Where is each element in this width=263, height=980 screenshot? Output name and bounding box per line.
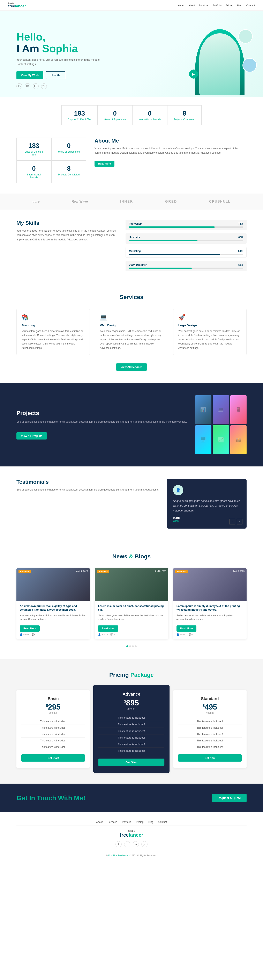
news-title-2: Lorem ipsum dolor sit amet, consectetur …: [98, 604, 165, 612]
pricing-advance-f3: This feature is included!: [98, 728, 165, 735]
testimonial-card: 👤 Neque porro quisquam est qui dolorem i…: [167, 479, 247, 528]
nav-pricing[interactable]: Pricing: [226, 4, 233, 7]
project-item-2[interactable]: 💻: [213, 395, 229, 424]
news-tag-1: Business: [19, 570, 31, 573]
project-img-inner-4: 🖥️: [195, 425, 211, 454]
twitter-icon[interactable]: TW: [25, 83, 30, 89]
hero-name: Sophia: [42, 43, 78, 54]
news-author-2: 👤 admin: [98, 633, 108, 636]
instagram-icon[interactable]: IG: [16, 83, 22, 89]
footer: About Services Portfolio Pricing Blog Co…: [0, 812, 263, 863]
hero-small-image-1: [238, 29, 253, 44]
pricing-standard-button[interactable]: Get Now: [178, 754, 242, 762]
footer-nav-pricing[interactable]: Pricing: [136, 821, 144, 824]
about-text: About Me Your content goes here. Edit or…: [95, 138, 247, 167]
news-meta-3: 👤 admin 💬 5: [176, 633, 243, 636]
skill-photoshop-bar-fill: [129, 226, 215, 228]
project-item-5[interactable]: 📈: [213, 425, 229, 454]
view-all-projects-button[interactable]: View All Projects: [16, 432, 47, 439]
about-stats-placeholder: 183 Cups of Coffee & Tea 0 Years of Expe…: [16, 138, 86, 183]
about-stat-exp-label: Years of Experience: [58, 150, 80, 153]
footer-instagram-icon[interactable]: in: [133, 841, 139, 847]
nav-home[interactable]: Home: [178, 4, 184, 7]
stat-coffee-label: Cups of Coffee & Tea: [68, 118, 91, 121]
nav-contact[interactable]: Contact: [246, 4, 255, 7]
pricing-standard-name: Standard: [178, 697, 242, 701]
pricing-basic-name: Basic: [21, 697, 85, 701]
pricing-basic-button[interactable]: Get Start: [21, 754, 85, 762]
nav-about[interactable]: About: [189, 4, 195, 7]
view-all-services-button[interactable]: View All Services: [116, 363, 147, 371]
footer-nav-about[interactable]: About: [96, 821, 103, 824]
testimonial-next-button[interactable]: ›: [237, 519, 242, 525]
hero-right: ▶: [193, 25, 247, 95]
service-branding-icon: 📚: [22, 314, 85, 321]
projects-grid: 📊 💻 📱 🖥️ 📈 📸: [195, 395, 247, 454]
footer-logo-text1: free: [120, 832, 129, 838]
news-dot-1[interactable]: [126, 645, 128, 647]
projects-description: Sed ut perspiciatis unde iste natus erro…: [16, 420, 187, 424]
news-read-more-3[interactable]: Read More: [176, 625, 196, 632]
footer-nav-contact[interactable]: Contact: [158, 821, 166, 824]
news-read-more-2[interactable]: Read More: [98, 625, 118, 632]
pricing-basic-f2: This feature is included!: [21, 725, 85, 731]
news-author-1: 👤 admin: [20, 633, 29, 636]
footer-nav-services[interactable]: Services: [108, 821, 117, 824]
news-dot-4[interactable]: [135, 645, 137, 647]
hero-name-prefix: I Am: [16, 43, 42, 54]
services-view-all: View All Services: [16, 363, 247, 371]
about-stat-projects: 8 Projects Completed: [51, 161, 86, 183]
news-card-1: Business April 7, 2023 An unknown printe…: [16, 568, 90, 639]
about-stats-grid: 183 Cups of Coffee & Tea 0 Years of Expe…: [16, 138, 86, 183]
pricing-advance-button[interactable]: Get Start: [98, 759, 165, 766]
news-img-2: Business April 8, 2023: [95, 568, 168, 601]
news-dot-3[interactable]: [132, 645, 134, 647]
stat-awards-label: International Awards: [139, 118, 161, 121]
project-item-3[interactable]: 📱: [230, 395, 247, 424]
project-item-1[interactable]: 📊: [195, 395, 211, 424]
footer-nav-portfolio[interactable]: Portfolio: [122, 821, 131, 824]
about-stat-awards-label: International Awards: [23, 173, 45, 179]
services-section: Services 📚 Branding Your content goes he…: [0, 282, 263, 383]
news-read-more-1[interactable]: Read More: [20, 625, 40, 632]
footer-nav-blog[interactable]: Blog: [148, 821, 153, 824]
contact-title-prefix: Get In Touch: [16, 794, 58, 802]
footer-twitter-icon[interactable]: t: [124, 841, 130, 847]
contact-request-button[interactable]: Request A Quote: [212, 794, 247, 802]
play-button[interactable]: ▶: [189, 70, 198, 79]
brand-realwave: Real Wave: [71, 200, 88, 204]
youtube-icon[interactable]: YT: [41, 83, 47, 89]
skill-illustrator: Illustrator60%: [125, 234, 247, 244]
footer-facebook-icon[interactable]: f: [116, 841, 122, 847]
service-webdesign-title: Web Design: [100, 323, 163, 327]
pricing-basic-f4: This feature is included!: [21, 738, 85, 744]
about-read-more-button[interactable]: Read More: [95, 161, 114, 167]
pricing-standard-period: /month: [178, 711, 242, 714]
view-work-button[interactable]: View My Work: [16, 71, 43, 79]
footer-youtube-icon[interactable]: yt: [141, 841, 147, 847]
project-item-6[interactable]: 📸: [230, 425, 247, 454]
brand-inner: INNER: [120, 200, 133, 204]
hire-me-button[interactable]: Hire Me: [46, 71, 65, 79]
testimonial-prev-button[interactable]: ‹: [229, 519, 235, 525]
stat-awards-number: 0: [139, 110, 161, 117]
about-stat-awards: 0 International Awards: [16, 161, 51, 183]
nav-portfolio[interactable]: Portfolio: [212, 4, 222, 7]
footer-logo-prefix: Studio: [16, 830, 247, 832]
brands-section: uure Real Wave INNER GRED CRUSHULL: [0, 194, 263, 210]
nav-blog[interactable]: Blog: [237, 4, 242, 7]
service-branding: 📚 Branding Your content goes here. Edit …: [16, 309, 90, 355]
news-dot-2[interactable]: [129, 645, 131, 647]
project-item-4[interactable]: 🖥️: [195, 425, 211, 454]
news-date-3: April 9, 2023: [233, 570, 244, 573]
news-title: News & Blogs: [16, 553, 247, 560]
skills-description: Your content goes here. Edit or remove t…: [16, 229, 117, 242]
news-comments-3: 💬 5: [189, 633, 193, 636]
about-title: About Me: [95, 138, 247, 144]
pricing-standard-price: $495: [178, 703, 242, 711]
facebook-icon[interactable]: FB: [33, 83, 39, 89]
hero-description: Your content goes here. Edit or remove t…: [16, 58, 103, 67]
nav-services[interactable]: Services: [199, 4, 208, 7]
pricing-advance-price: $895: [98, 698, 165, 708]
hero-greeting: Hello,: [16, 31, 46, 43]
